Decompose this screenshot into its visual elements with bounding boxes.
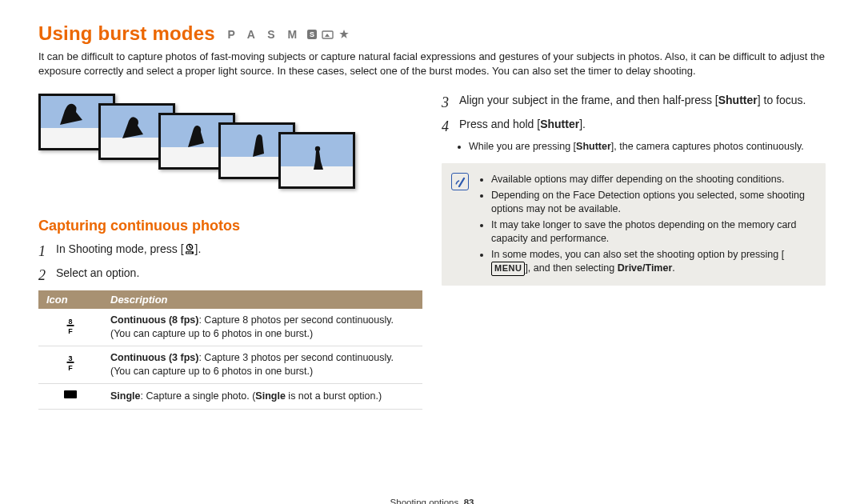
mode-magic-icon: [338, 29, 350, 40]
footer-section: Shooting options: [390, 498, 459, 504]
col-header-desc: Description: [102, 290, 422, 309]
col-header-icon: Icon: [38, 290, 102, 309]
mode-dial-row: P A S M S: [227, 28, 350, 41]
svg-rect-20: [190, 252, 191, 254]
left-column: Capturing continuous photos 1 In Shootin…: [38, 89, 422, 410]
page-title: Using burst modes: [38, 22, 215, 45]
option-text: : Capture a single photo. (: [141, 390, 256, 402]
sub-bullet-list: While you are pressing [Shutter], the ca…: [442, 140, 826, 154]
step-body: Select an option.: [56, 265, 422, 286]
step-number: 1: [38, 241, 56, 262]
step-text: In Shooting mode, press [: [56, 242, 184, 255]
page-number: 83: [464, 498, 474, 504]
right-column: 3 Align your subject in the frame, and t…: [442, 89, 826, 410]
shutter-bold: Shutter: [576, 141, 611, 152]
option-name: Continuous (8 fps): [110, 314, 198, 326]
note-item: It may take longer to save the photos de…: [491, 218, 816, 246]
svg-rect-25: [67, 362, 74, 363]
step-body: Press and hold [Shutter].: [459, 116, 826, 137]
options-table: Icon Description 8F Continuous (8 fps): …: [38, 290, 422, 409]
svg-marker-3: [325, 34, 330, 37]
option-icon-3fps: 3F: [38, 346, 102, 384]
svg-text:S: S: [310, 30, 314, 38]
option-text: : Capture 8 photos per second continuous…: [198, 314, 394, 326]
option-icon-single: [38, 383, 102, 409]
option-paren: (You can capture up to 6 photos in one b…: [110, 366, 313, 377]
svg-marker-4: [339, 30, 349, 38]
svg-text:F: F: [68, 364, 73, 371]
step-number: 2: [38, 265, 56, 286]
menu-button-icon: MENU: [491, 262, 525, 275]
burst-frame: [278, 132, 355, 189]
step-text: Press and hold [: [459, 118, 540, 130]
table-row: Single: Capture a single photo. (Single …: [38, 383, 422, 409]
shutter-bold: Shutter: [718, 94, 758, 106]
mode-s-icon: S: [306, 29, 318, 40]
note-item: In some modes, you can also set the shoo…: [491, 248, 816, 276]
mode-scene-icon: [322, 29, 334, 40]
sub-bullet: While you are pressing [Shutter], the ca…: [469, 140, 826, 154]
subhead-capturing: Capturing continuous photos: [38, 218, 422, 234]
bullet-text: While you are pressing [: [469, 141, 576, 152]
svg-rect-18: [186, 252, 187, 254]
step-text: ] to focus.: [758, 94, 806, 106]
svg-rect-19: [188, 252, 189, 254]
drive-timer-icon: [184, 243, 195, 259]
step-body: In Shooting mode, press [].: [56, 241, 422, 262]
note-box: Available options may differ depending o…: [442, 163, 826, 286]
step-text: ].: [195, 242, 202, 255]
option-name2: Single: [255, 390, 286, 402]
steps-left: 1 In Shooting mode, press []. 2 Select a…: [38, 241, 422, 286]
option-paren: (You can capture up to 6 photos in one b…: [110, 328, 313, 339]
note-text: .: [672, 262, 674, 274]
step-number: 4: [442, 116, 459, 137]
intro-paragraph: It can be difficult to capture photos of…: [38, 50, 826, 78]
option-desc: Continuous (3 fps): Capture 3 photos per…: [102, 346, 422, 384]
option-desc: Continuous (8 fps): Capture 8 photos per…: [102, 309, 422, 346]
note-text: In some modes, you can also set the shoo…: [491, 249, 784, 260]
steps-right: 3 Align your subject in the frame, and t…: [442, 92, 826, 137]
note-list: Available options may differ depending o…: [477, 171, 816, 278]
page-header: Using burst modes P A S M S: [38, 22, 826, 45]
shutter-bold: Shutter: [540, 118, 579, 130]
svg-text:3: 3: [68, 354, 72, 362]
option-text: : Capture 3 photos per second continuous…: [198, 352, 394, 363]
step-body: Align your subject in the frame, and the…: [459, 92, 826, 113]
bullet-text: ], the camera captures photos continuous…: [611, 141, 804, 152]
option-desc: Single: Capture a single photo. (Single …: [102, 383, 422, 409]
svg-rect-22: [67, 325, 74, 326]
step-number: 3: [442, 92, 459, 113]
mode-letters: P A S M: [227, 28, 302, 41]
note-text: ], and then selecting: [525, 262, 617, 274]
note-item: Available options may differ depending o…: [491, 173, 816, 187]
svg-point-15: [315, 146, 320, 151]
burst-sample-strip: [38, 94, 422, 202]
option-text2: is not a burst option.): [286, 390, 382, 402]
table-row: 8F Continuous (8 fps): Capture 8 photos …: [38, 309, 422, 346]
note-item: Depending on the Face Detection options …: [491, 189, 816, 217]
note-icon: [451, 173, 469, 190]
option-icon-8fps: 8F: [38, 309, 102, 346]
step-text: ].: [579, 118, 586, 130]
svg-text:8: 8: [68, 318, 72, 326]
svg-text:F: F: [68, 327, 73, 334]
table-row: 3F Continuous (3 fps): Capture 3 photos …: [38, 346, 422, 384]
svg-rect-27: [64, 390, 77, 398]
option-name: Continuous (3 fps): [110, 352, 198, 363]
option-name: Single: [110, 390, 141, 402]
page-footer: Shooting options 83: [38, 498, 826, 504]
step-text: Align your subject in the frame, and the…: [459, 94, 718, 106]
drive-timer-bold: Drive/Timer: [618, 262, 673, 274]
